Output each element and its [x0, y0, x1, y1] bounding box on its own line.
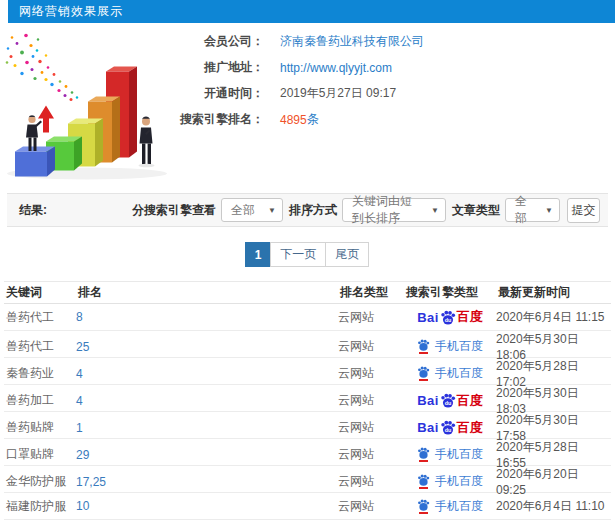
businessman-right	[139, 117, 155, 168]
rank-cell[interactable]: 8	[76, 310, 338, 324]
table-row: 兽药代工 8 云网站 Bai du 百度	[4, 304, 611, 331]
rank-cell[interactable]: 29	[76, 448, 338, 462]
baidu-logo: Bai du 百度	[417, 419, 483, 437]
chevron-down-icon: ▼	[423, 206, 439, 215]
rank-cell[interactable]: 4	[76, 394, 338, 408]
pagination-next-button[interactable]: 下一页	[270, 242, 326, 267]
table-row: 秦鲁药业 4 云网站 Bai du 百度	[4, 358, 611, 385]
engine-rank-count: 4895	[280, 113, 307, 127]
rank-type-cell: 云网站	[338, 392, 404, 409]
mobile-baidu-underline	[419, 379, 428, 381]
member-company-value[interactable]: 济南秦鲁药业科技有限公司	[280, 33, 424, 50]
keyword-cell: 福建防护服	[4, 498, 76, 515]
mobile-baidu-text: 手机百度	[435, 338, 483, 355]
keyword-cell: 秦鲁药业	[4, 365, 76, 382]
rank-type-cell: 云网站	[338, 338, 404, 355]
page-title: 网络营销效果展示	[8, 3, 123, 20]
table-row: 兽药代工 25 云网站 Bai du 百度	[4, 331, 611, 358]
chevron-down-icon: ▼	[260, 206, 276, 215]
engine-rank-row: 搜索引擎排名： 4895条	[172, 113, 424, 126]
open-time-row: 开通时间： 2019年5月27日 09:17	[172, 87, 424, 100]
keyword-cell: 兽药贴牌	[4, 419, 76, 436]
rank-cell[interactable]: 25	[76, 340, 338, 354]
mobile-baidu-text: 手机百度	[435, 446, 483, 463]
promo-url-label: 推广地址：	[172, 59, 264, 76]
member-company-label: 会员公司：	[172, 33, 264, 50]
mobile-baidu-underline	[419, 487, 428, 489]
col-header-engine-type: 搜索引擎类型	[404, 284, 496, 301]
sort-filter-select[interactable]: 关键词由短到长排序 ▼	[342, 198, 446, 222]
table-row: 金华防护服 17,25 云网站 Bai du 百度	[4, 466, 611, 493]
open-time-value: 2019年5月27日 09:17	[280, 85, 396, 102]
col-header-keyword: 关键词	[4, 284, 76, 301]
baidu-paw-icon: du	[440, 310, 456, 325]
mobile-baidu-paw-icon	[417, 366, 430, 381]
svg-text:du: du	[445, 400, 452, 406]
engine-filter-value: 全部	[231, 202, 255, 219]
businessman-left	[26, 115, 42, 151]
mobile-baidu-underline	[419, 352, 428, 354]
keyword-cell: 兽药加工	[4, 392, 76, 409]
baidu-logo: Bai du 百度	[417, 392, 483, 410]
sort-filter-value: 关键词由短到长排序	[352, 193, 423, 227]
pagination-last-button[interactable]: 尾页	[325, 242, 369, 267]
chevron-down-icon: ▼	[537, 206, 553, 215]
table-row: 口罩贴牌 29 云网站 Bai du 百度	[4, 439, 611, 466]
pagination-current-page[interactable]: 1	[245, 242, 272, 267]
keyword-cell: 兽药代工	[4, 309, 76, 326]
col-header-rank-type: 排名类型	[338, 284, 404, 301]
hero-section: 会员公司： 济南秦鲁药业科技有限公司 推广地址： http://www.qlyy…	[0, 23, 615, 193]
mobile-baidu-paw-icon	[417, 499, 430, 514]
rank-cell[interactable]: 1	[76, 421, 338, 435]
rank-type-cell: 云网站	[338, 365, 404, 382]
updated-time-cell: 2020年6月20日 09:25	[496, 466, 611, 497]
rank-cell[interactable]: 10	[76, 499, 338, 513]
engine-rank-unit: 条	[307, 111, 319, 128]
rank-cell[interactable]: 17,25	[76, 475, 338, 489]
type-filter-label: 文章类型	[452, 202, 500, 219]
engine-cell: Bai du 百度	[404, 419, 496, 437]
baidu-logo-bai-text: Bai	[417, 310, 439, 325]
marketing-chart-illustration	[2, 28, 174, 183]
mobile-baidu-paw-icon	[417, 474, 430, 489]
engine-cell: Bai du 百度	[404, 365, 496, 382]
mobile-baidu-paw-icon	[417, 447, 430, 462]
baidu-logo: Bai du 百度	[417, 308, 483, 326]
mobile-baidu-underline	[419, 460, 428, 462]
baidu-logo-cn-text: 百度	[457, 419, 483, 437]
mobile-baidu-logo: 手机百度	[417, 473, 483, 490]
baidu-logo-bai-text: Bai	[417, 393, 439, 408]
engine-filter-select[interactable]: 全部 ▼	[221, 198, 283, 222]
mobile-baidu-logo: 手机百度	[417, 446, 483, 463]
svg-text:du: du	[445, 316, 452, 322]
engine-cell: Bai du 百度	[404, 392, 496, 410]
updated-time-cell: 2020年6月4日 11:15	[496, 309, 611, 326]
engine-cell: Bai du 百度	[404, 308, 496, 326]
mobile-baidu-logo: 手机百度	[417, 365, 483, 382]
col-header-updated: 最新更新时间	[496, 284, 611, 301]
rank-type-cell: 云网站	[338, 309, 404, 326]
mobile-baidu-logo: 手机百度	[417, 498, 483, 515]
engine-cell: Bai du 百度	[404, 498, 496, 515]
sort-filter-label: 排序方式	[289, 202, 337, 219]
title-bar: 网络营销效果展示	[8, 0, 615, 23]
promo-url-value[interactable]: http://www.qlyyjt.com	[280, 61, 392, 75]
rank-cell[interactable]: 4	[76, 367, 338, 381]
baidu-logo-cn-text: 百度	[457, 308, 483, 326]
member-info-list: 会员公司： 济南秦鲁药业科技有限公司 推广地址： http://www.qlyy…	[172, 35, 424, 139]
mobile-baidu-underline	[419, 512, 428, 514]
rank-type-cell: 云网站	[338, 419, 404, 436]
rank-type-cell: 云网站	[338, 498, 404, 515]
mobile-baidu-text: 手机百度	[435, 498, 483, 515]
keyword-cell: 兽药代工	[4, 338, 76, 355]
pagination: 1 下一页 尾页	[0, 242, 615, 267]
filter-controls: 分搜索引擎查看 全部 ▼ 排序方式 关键词由短到长排序 ▼ 文章类型 全部 ▼ …	[126, 198, 600, 223]
results-table: 关键词 排名 排名类型 搜索引擎类型 最新更新时间 兽药代工 8 云网站 Bai…	[4, 281, 611, 520]
mobile-baidu-text: 手机百度	[435, 365, 483, 382]
engine-rank-label: 搜索引擎排名：	[172, 111, 264, 128]
type-filter-value: 全部	[515, 193, 537, 227]
mobile-baidu-text: 手机百度	[435, 473, 483, 490]
type-filter-select[interactable]: 全部 ▼	[505, 198, 560, 222]
submit-button[interactable]: 提交	[567, 198, 600, 223]
engine-cell: Bai du 百度	[404, 338, 496, 355]
